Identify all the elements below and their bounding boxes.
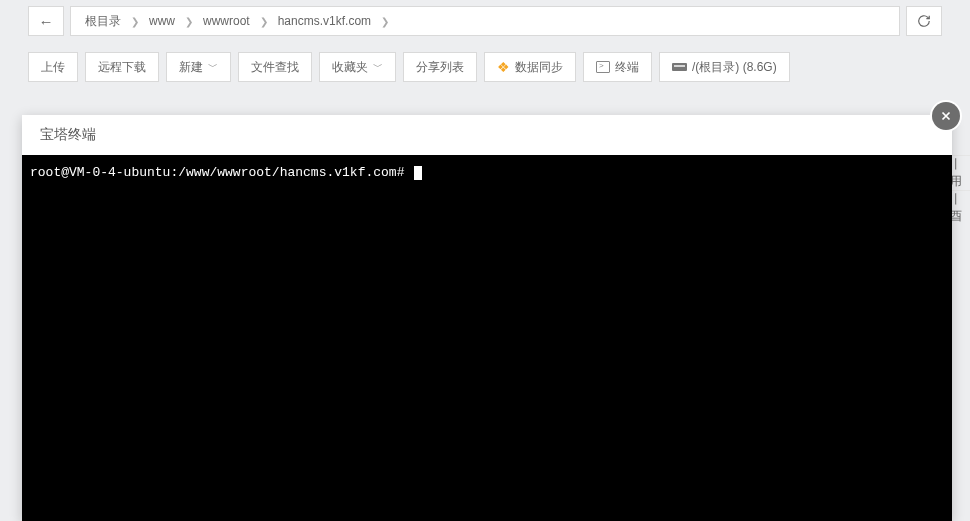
toolbar: 上传 远程下载 新建 ﹀ 文件查找 收藏夹 ﹀ 分享列表 ❖ 数据同步 终端 /… [0,42,970,96]
side-peek: 丨用 丨酉 [950,155,970,225]
breadcrumb-item[interactable]: hancms.v1kf.com [274,14,375,28]
breadcrumb-bar: ← 根目录 ❯ www ❯ wwwroot ❯ hancms.v1kf.com … [0,0,970,42]
data-sync-button[interactable]: ❖ 数据同步 [484,52,576,82]
new-button[interactable]: 新建 ﹀ [166,52,231,82]
terminal-cursor [414,166,422,180]
close-icon [939,109,953,123]
peek-row: 丨用 [950,155,970,190]
chevron-right-icon: ❯ [127,16,143,27]
modal-close-button[interactable] [932,102,960,130]
disk-info-button[interactable]: /(根目录) (8.6G) [659,52,790,82]
terminal-modal: 宝塔终端 root@VM-0-4-ubuntu:/www/wwwroot/han… [22,115,952,521]
button-label: 远程下载 [98,59,146,76]
breadcrumb-item[interactable]: wwwroot [199,14,254,28]
breadcrumb-item[interactable]: www [145,14,179,28]
disk-icon [672,63,687,71]
chevron-right-icon: ❯ [377,16,393,27]
upload-button[interactable]: 上传 [28,52,78,82]
peek-row: 丨酉 [950,190,970,225]
chevron-right-icon: ❯ [181,16,197,27]
breadcrumb[interactable]: 根目录 ❯ www ❯ wwwroot ❯ hancms.v1kf.com ❯ [70,6,900,36]
button-label: 数据同步 [515,59,563,76]
search-button[interactable]: 文件查找 [238,52,312,82]
button-label: 新建 [179,59,203,76]
button-label: 文件查找 [251,59,299,76]
modal-title-text: 宝塔终端 [40,126,96,144]
arrow-left-icon: ← [39,13,54,30]
button-label: 分享列表 [416,59,464,76]
chevron-down-icon: ﹀ [373,60,383,74]
terminal-prompt: root@VM-0-4-ubuntu:/www/wwwroot/hancms.v… [30,165,404,180]
button-label: 收藏夹 [332,59,368,76]
sync-icon: ❖ [497,60,510,74]
terminal-output[interactable]: root@VM-0-4-ubuntu:/www/wwwroot/hancms.v… [22,155,952,521]
modal-title: 宝塔终端 [22,115,952,155]
button-label: 上传 [41,59,65,76]
remote-download-button[interactable]: 远程下载 [85,52,159,82]
favorites-button[interactable]: 收藏夹 ﹀ [319,52,396,82]
chevron-right-icon: ❯ [256,16,272,27]
chevron-down-icon: ﹀ [208,60,218,74]
refresh-button[interactable] [906,6,942,36]
back-button[interactable]: ← [28,6,64,36]
refresh-icon [917,14,931,28]
terminal-icon [596,61,610,73]
breadcrumb-root[interactable]: 根目录 [81,13,125,30]
share-list-button[interactable]: 分享列表 [403,52,477,82]
button-label: 终端 [615,59,639,76]
button-label: /(根目录) (8.6G) [692,59,777,76]
terminal-button[interactable]: 终端 [583,52,652,82]
